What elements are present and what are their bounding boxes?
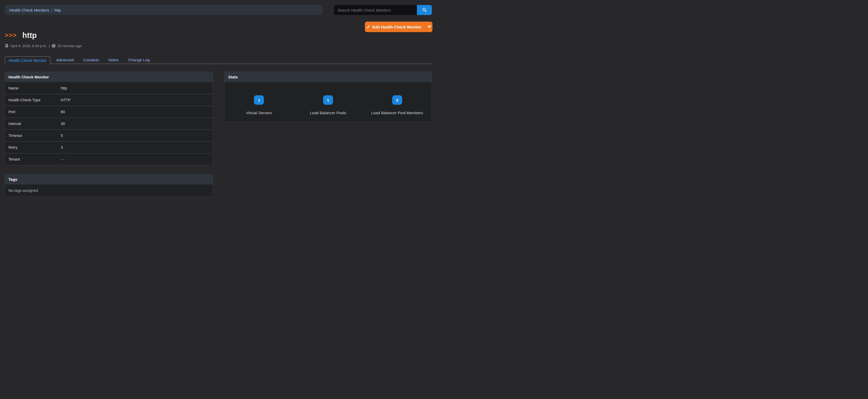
details-panel-title: Health Check Monitor [5,72,213,82]
table-row-port: Port 80 [5,106,213,118]
row-label: Tenant [5,157,61,161]
stats-panel: Stats 1 Virtual Servers 1 Load Balancer … [224,72,432,122]
row-value: — [61,157,65,161]
stat-load-balancer-pools: 1 Load Balancer Pools [293,95,363,115]
table-row-timeout: Timeout 5 [5,130,213,141]
row-label: Port [5,110,61,114]
stat-label: Load Balancer Pool Members [371,111,423,115]
stats-body: 1 Virtual Servers 1 Load Balancer Pools … [224,82,432,115]
page-title: http [22,32,37,39]
stat-virtual-servers: 1 Virtual Servers [224,95,293,115]
row-label: Name [5,86,61,90]
chevron-down-icon [427,26,431,28]
row-label: Retry [5,145,61,149]
load-balancer-pools-count-button[interactable]: 1 [323,95,333,105]
table-row-health-check-type: Health Check Type HTTP [5,94,213,106]
row-label: Timeout [5,134,61,138]
table-row-retry: Retry 3 [5,141,213,153]
tab-bar: Health Check Monitor Advanced Contacts N… [5,56,432,64]
title-chevrons: >>> [5,32,17,38]
stat-label: Virtual Servers [246,111,272,115]
tab-contacts[interactable]: Contacts [80,56,102,64]
search-icon [422,7,427,12]
tab-change-log[interactable]: Change Log [124,56,153,64]
pencil-icon [366,25,370,29]
load-balancer-pool-members-count-button[interactable]: 3 [392,95,402,105]
stats-panel-title: Stats [224,72,432,82]
tags-panel: Tags No tags assigned [4,174,213,197]
bookmark-plus-icon [5,44,8,48]
tags-empty-text: No tags assigned [5,184,213,197]
table-row-tenant: Tenant — [5,153,213,165]
tab-notes[interactable]: Notes [104,56,122,64]
row-value: http [61,86,67,90]
tab-health-check-monitor[interactable]: Health Check Monitor [5,56,51,64]
meta-separator: | [49,44,50,48]
breadcrumb: Health Check Monitors / http [5,5,322,15]
table-row-name: Name http [5,82,213,94]
breadcrumb-link-health-check-monitors[interactable]: Health Check Monitors [9,8,49,12]
virtual-servers-count-button[interactable]: 1 [254,95,264,105]
details-panel: Health Check Monitor Name http Health Ch… [4,72,213,165]
stat-load-balancer-pool-members: 3 Load Balancer Pool Members [363,95,432,115]
row-label: Health Check Type [5,98,61,102]
table-row-interval: Interval 30 [5,118,213,130]
search-input[interactable] [334,5,417,15]
search-bar [334,5,432,15]
row-label: Interval [5,122,61,126]
row-value: 5 [61,134,63,138]
breadcrumb-link-http[interactable]: http [54,8,61,12]
edit-health-check-monitor-button[interactable]: Edit Health Check Monitor [365,22,432,32]
edit-button-label: Edit Health Check Monitor [372,25,422,29]
search-button[interactable] [417,5,432,15]
object-meta: April 4, 2025, 8:49 p.m. | 25 minutes ag… [5,43,82,49]
last-updated-text: 25 minutes ago [58,44,82,48]
tags-panel-title: Tags [5,174,213,184]
breadcrumb-separator: / [51,8,52,12]
page-title-row: >>> http [5,29,37,41]
stat-label: Load Balancer Pools [310,111,346,115]
row-value: 3 [61,145,63,149]
row-value: 80 [61,110,65,114]
created-timestamp: April 4, 2025, 8:49 p.m. [10,44,47,48]
row-value: 30 [61,122,65,126]
tab-advanced[interactable]: Advanced [53,56,78,64]
row-value: HTTP [61,98,71,102]
clock-icon [52,44,56,48]
